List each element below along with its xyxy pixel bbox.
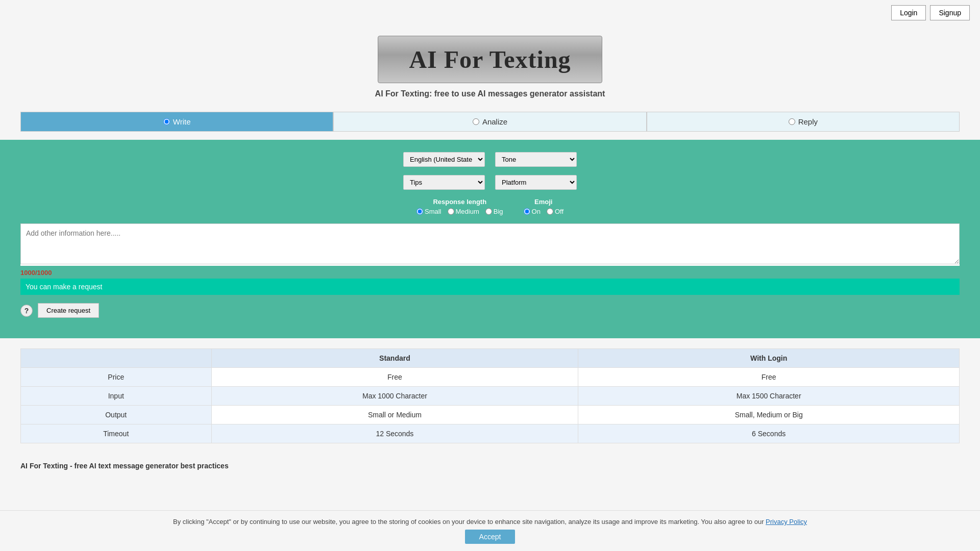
help-icon[interactable]: ?	[20, 305, 33, 317]
action-row: ? Create request	[20, 303, 960, 318]
row-with-login: Free	[578, 368, 960, 387]
row-with-login: Small, Medium or Big	[578, 406, 960, 424]
best-practices: AI For Texting - free AI text message ge…	[0, 454, 980, 478]
radio-medium[interactable]	[448, 208, 454, 215]
row-with-login: Max 1500 Character	[578, 387, 960, 406]
info-bar: You can make a request	[20, 279, 960, 295]
radio-big[interactable]	[485, 208, 492, 215]
tab-write[interactable]: Write	[20, 112, 333, 132]
tab-analize[interactable]: Analize	[333, 112, 646, 132]
radio-emoji-on[interactable]	[524, 208, 530, 215]
signup-button[interactable]: Signup	[930, 5, 970, 20]
row-standard: Free	[211, 368, 578, 387]
response-length-section: Response length Small Medium Big	[416, 198, 503, 215]
info-bar-text: You can make a request	[26, 283, 102, 291]
tab-analize-label: Analize	[482, 117, 507, 126]
best-practices-text: AI For Texting - free AI text message ge…	[20, 462, 229, 470]
radio-emoji-off[interactable]	[547, 208, 553, 215]
controls-row-2: Tips Business Personal Marketing Platfor…	[20, 175, 960, 190]
tab-reply-label: Reply	[798, 117, 818, 126]
table-row: Output Small or Medium Small, Medium or …	[21, 406, 960, 424]
message-area	[20, 223, 960, 266]
table-row: Input Max 1000 Character Max 1500 Charac…	[21, 387, 960, 406]
radio-groups: Response length Small Medium Big Emoji O…	[20, 198, 960, 215]
platform-select[interactable]: Platform SMS WhatsApp Email Twitter	[495, 175, 577, 190]
col-header-with-login: With Login	[578, 349, 960, 368]
emoji-section: Emoji On Off	[524, 198, 564, 215]
row-label: Input	[21, 387, 212, 406]
create-request-button[interactable]: Create request	[38, 303, 99, 318]
mode-tabs: Write Analize Reply	[20, 112, 960, 132]
header: Login Signup	[0, 0, 980, 26]
emoji-options: On Off	[524, 208, 564, 215]
radio-reply[interactable]	[789, 118, 795, 125]
char-count: 1000/1000	[20, 269, 960, 277]
title-box: AI For Texting	[378, 36, 602, 83]
radio-emoji-on-label[interactable]: On	[524, 208, 541, 215]
radio-emoji-off-label[interactable]: Off	[547, 208, 564, 215]
row-standard: Max 1000 Character	[211, 387, 578, 406]
table-row: Price Free Free	[21, 368, 960, 387]
message-textarea[interactable]	[20, 223, 960, 264]
main-panel: English (United States) Spanish French G…	[0, 140, 980, 338]
row-standard: Small or Medium	[211, 406, 578, 424]
radio-small-label[interactable]: Small	[416, 208, 442, 215]
radio-small[interactable]	[416, 208, 423, 215]
login-button[interactable]: Login	[891, 5, 926, 20]
radio-write[interactable]	[163, 118, 170, 125]
tone-select[interactable]: Tone Formal Casual Friendly Professional	[495, 152, 577, 167]
response-length-options: Small Medium Big	[416, 208, 503, 215]
main-title: AI For Texting	[409, 45, 571, 73]
row-with-login: 6 Seconds	[578, 424, 960, 443]
col-header-empty	[21, 349, 212, 368]
language-select[interactable]: English (United States) Spanish French G…	[403, 152, 485, 167]
tab-write-label: Write	[173, 117, 191, 126]
pricing-table-header-row: Standard With Login	[21, 349, 960, 368]
emoji-label: Emoji	[534, 198, 552, 206]
row-standard: 12 Seconds	[211, 424, 578, 443]
radio-big-label[interactable]: Big	[485, 208, 503, 215]
response-length-label: Response length	[433, 198, 486, 206]
pricing-table: Standard With Login Price Free Free Inpu…	[20, 348, 960, 443]
row-label: Timeout	[21, 424, 212, 443]
subtitle: AI For Texting: free to use AI messages …	[0, 89, 980, 98]
title-area: AI For Texting AI For Texting: free to u…	[0, 26, 980, 104]
controls-row-1: English (United States) Spanish French G…	[20, 152, 960, 167]
col-header-standard: Standard	[211, 349, 578, 368]
pricing-section: Standard With Login Price Free Free Inpu…	[0, 338, 980, 454]
row-label: Price	[21, 368, 212, 387]
row-label: Output	[21, 406, 212, 424]
table-row: Timeout 12 Seconds 6 Seconds	[21, 424, 960, 443]
radio-analize[interactable]	[473, 118, 479, 125]
radio-medium-label[interactable]: Medium	[448, 208, 479, 215]
category-select[interactable]: Tips Business Personal Marketing	[403, 175, 485, 190]
tab-reply[interactable]: Reply	[647, 112, 960, 132]
